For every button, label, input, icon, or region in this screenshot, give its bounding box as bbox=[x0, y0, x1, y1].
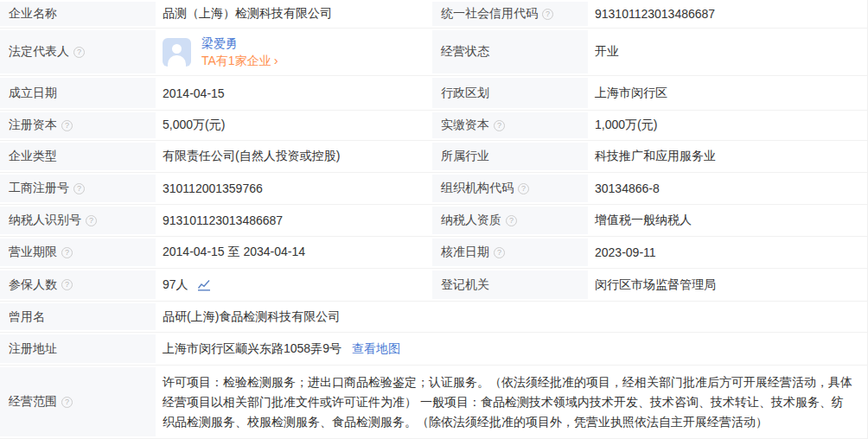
table-row: 法定代表人? 梁爱勇 TA有1家企业› 经营状态 开业 bbox=[0, 29, 867, 76]
est-date-label-cell: 成立日期 bbox=[0, 76, 156, 110]
approval-date-value: 2023-09-11 bbox=[588, 237, 867, 268]
former-name-value: 品研(上海)食品检测科技有限公司 bbox=[156, 302, 867, 332]
reg-authority-label: 登记机关 bbox=[441, 277, 489, 293]
reg-address-value-cell: 上海市闵行区颛兴东路1058弄9号 查看地图 bbox=[156, 333, 867, 365]
former-name-label: 曾用名 bbox=[9, 309, 45, 325]
approval-date-label: 核准日期 bbox=[441, 245, 489, 260]
org-code-value: 30134866-8 bbox=[588, 173, 867, 204]
insured-count-value: 97人 bbox=[163, 277, 188, 293]
person-avatar-icon[interactable] bbox=[163, 38, 191, 67]
industry-value: 科技推广和应用服务业 bbox=[588, 141, 867, 172]
reg-authority-value: 闵行区市场监督管理局 bbox=[588, 269, 867, 301]
legal-rep-name-link[interactable]: 梁爱勇 bbox=[201, 35, 278, 51]
legal-rep-label: 法定代表人 bbox=[9, 44, 69, 60]
table-row: 参保人数? 97人 登记机关 闵行区市场监督管理局 bbox=[0, 269, 867, 302]
legal-rep-companies-link[interactable]: TA有1家企业› bbox=[201, 53, 278, 68]
credit-code-label-cell: 统一社会信用代码? bbox=[432, 0, 588, 28]
table-row: 纳税人识别号? 913101123013486687 纳税人资质? 增值税一般纳… bbox=[0, 205, 867, 237]
reg-capital-label-cell: 注册资本? bbox=[0, 111, 156, 140]
reg-number-value: 310112001359766 bbox=[156, 173, 432, 204]
company-name-label-cell: 企业名称 bbox=[0, 0, 156, 28]
table-row: 企业名称 品测（上海）检测科技有限公司 统一社会信用代码? 9131011230… bbox=[0, 0, 867, 29]
reg-capital-label: 注册资本 bbox=[9, 118, 57, 133]
credit-code-value: 913101123013486687 bbox=[588, 0, 867, 28]
trend-chart-icon[interactable] bbox=[197, 279, 211, 291]
help-icon[interactable]: ? bbox=[73, 183, 85, 194]
admin-division-label-cell: 行政区划 bbox=[432, 76, 588, 110]
org-code-label: 组织机构代码 bbox=[441, 181, 514, 196]
taxpayer-id-label: 纳税人识别号 bbox=[9, 213, 81, 228]
taxpayer-quality-label: 纳税人资质 bbox=[441, 213, 501, 228]
table-row: 经营范围? 许可项目：检验检测服务；进出口商品检验鉴定；认证服务。（依法须经批准… bbox=[0, 366, 867, 439]
table-row: 曾用名 品研(上海)食品检测科技有限公司 bbox=[0, 302, 867, 333]
legal-rep-companies-text: TA有1家企业 bbox=[201, 53, 271, 68]
view-map-link[interactable]: 查看地图 bbox=[352, 341, 400, 357]
former-name-label-cell: 曾用名 bbox=[0, 302, 156, 332]
table-row: 营业期限? 2014-04-15 至 2034-04-14 核准日期? 2023… bbox=[0, 237, 867, 269]
legal-rep-label-cell: 法定代表人? bbox=[0, 29, 156, 75]
taxpayer-quality-label-cell: 纳税人资质? bbox=[432, 205, 588, 236]
business-scope-label: 经营范围 bbox=[9, 394, 57, 410]
reg-authority-label-cell: 登记机关 bbox=[432, 269, 588, 301]
admin-division-value: 上海市闵行区 bbox=[588, 76, 867, 110]
company-type-label: 企业类型 bbox=[9, 149, 57, 164]
reg-address-value: 上海市闵行区颛兴东路1058弄9号 bbox=[163, 341, 341, 357]
help-icon[interactable]: ? bbox=[61, 120, 73, 131]
status-label-cell: 经营状态 bbox=[432, 29, 588, 75]
reg-address-label-cell: 注册地址 bbox=[0, 333, 156, 365]
table-row: 工商注册号? 310112001359766 组织机构代码? 30134866-… bbox=[0, 173, 867, 205]
org-code-label-cell: 组织机构代码? bbox=[432, 173, 588, 204]
help-icon[interactable]: ? bbox=[542, 9, 553, 20]
admin-division-label: 行政区划 bbox=[441, 86, 489, 101]
insured-count-label: 参保人数 bbox=[9, 277, 57, 293]
help-icon[interactable]: ? bbox=[86, 215, 97, 226]
business-term-label-cell: 营业期限? bbox=[0, 237, 156, 268]
table-row: 注册资本? 5,000万(元) 实缴资本? 1,000万(元) bbox=[0, 111, 867, 141]
help-icon[interactable]: ? bbox=[494, 120, 505, 131]
table-row: 成立日期 2014-04-15 行政区划 上海市闵行区 bbox=[0, 76, 867, 111]
business-term-label: 营业期限 bbox=[9, 245, 57, 260]
help-icon[interactable]: ? bbox=[506, 215, 517, 226]
business-term-value: 2014-04-15 至 2034-04-14 bbox=[156, 237, 432, 268]
chevron-right-icon: › bbox=[274, 54, 278, 67]
industry-label-cell: 所属行业 bbox=[432, 141, 588, 172]
help-icon[interactable]: ? bbox=[73, 47, 85, 58]
company-info-table: 企业名称 品测（上海）检测科技有限公司 统一社会信用代码? 9131011230… bbox=[0, 0, 868, 439]
est-date-value: 2014-04-15 bbox=[156, 76, 432, 110]
insured-count-label-cell: 参保人数? bbox=[0, 269, 156, 301]
reg-capital-value: 5,000万(元) bbox=[156, 111, 432, 140]
status-label: 经营状态 bbox=[441, 44, 489, 60]
business-scope-label-cell: 经营范围? bbox=[0, 366, 156, 438]
company-name-value: 品测（上海）检测科技有限公司 bbox=[156, 0, 432, 28]
help-icon[interactable]: ? bbox=[518, 183, 529, 194]
reg-address-label: 注册地址 bbox=[9, 341, 57, 357]
table-row: 注册地址 上海市闵行区颛兴东路1058弄9号 查看地图 bbox=[0, 333, 867, 366]
paid-capital-label: 实缴资本 bbox=[441, 118, 489, 133]
taxpayer-id-label-cell: 纳税人识别号? bbox=[0, 205, 156, 236]
credit-code-label: 统一社会信用代码 bbox=[441, 6, 538, 22]
status-value: 开业 bbox=[588, 29, 867, 75]
reg-number-label-cell: 工商注册号? bbox=[0, 173, 156, 204]
company-type-label-cell: 企业类型 bbox=[0, 141, 156, 172]
legal-rep-value-cell: 梁爱勇 TA有1家企业› bbox=[156, 29, 432, 75]
taxpayer-id-value: 913101123013486687 bbox=[156, 205, 432, 236]
reg-number-label: 工商注册号 bbox=[9, 181, 69, 196]
help-icon[interactable]: ? bbox=[61, 397, 73, 408]
est-date-label: 成立日期 bbox=[9, 86, 57, 101]
industry-label: 所属行业 bbox=[441, 149, 489, 164]
help-icon[interactable]: ? bbox=[494, 247, 505, 258]
help-icon[interactable]: ? bbox=[61, 247, 73, 258]
paid-capital-value: 1,000万(元) bbox=[588, 111, 867, 140]
approval-date-label-cell: 核准日期? bbox=[432, 237, 588, 268]
paid-capital-label-cell: 实缴资本? bbox=[432, 111, 588, 140]
help-icon[interactable]: ? bbox=[61, 279, 73, 290]
taxpayer-quality-value: 增值税一般纳税人 bbox=[588, 205, 867, 236]
table-row: 企业类型 有限责任公司(自然人投资或控股) 所属行业 科技推广和应用服务业 bbox=[0, 141, 867, 173]
business-scope-value: 许可项目：检验检测服务；进出口商品检验鉴定；认证服务。（依法须经批准的项目，经相… bbox=[163, 372, 867, 432]
company-name-label: 企业名称 bbox=[9, 6, 57, 22]
insured-count-value-cell: 97人 bbox=[156, 269, 432, 301]
company-type-value: 有限责任公司(自然人投资或控股) bbox=[156, 141, 432, 172]
